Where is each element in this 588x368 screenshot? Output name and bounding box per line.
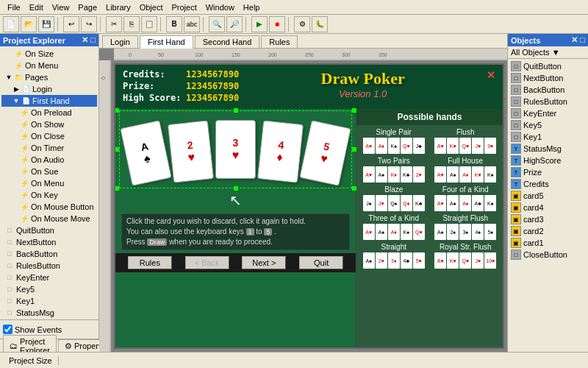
obj-key-enter[interactable]: □ KeyEnter: [509, 107, 587, 119]
toolbar-debug[interactable]: 🐛: [312, 16, 328, 32]
objects-close-icon[interactable]: ✕ □: [571, 35, 585, 45]
tree-key-enter[interactable]: □ KeyEnter: [1, 272, 97, 283]
tree-back-button[interactable]: □ BackButton: [1, 248, 97, 260]
tree-on-size-1[interactable]: ⚡ On Size: [1, 48, 97, 60]
tree-on-audio[interactable]: ⚡ On Audio: [1, 154, 97, 166]
tree-on-menu-2[interactable]: ⚡ On Menu: [1, 177, 97, 189]
toolbar-paste[interactable]: 📋: [141, 16, 157, 32]
tree-rules-button[interactable]: □ RulesButton: [1, 260, 97, 272]
tree-quit-button[interactable]: □ QuitButton: [1, 224, 97, 236]
card-3[interactable]: 3 ♥: [215, 120, 256, 179]
menu-page[interactable]: Page: [74, 1, 101, 13]
tree-key1[interactable]: □ Key1: [1, 295, 97, 307]
toolbar-save[interactable]: 💾: [38, 16, 54, 32]
toolbar-sep4: [203, 17, 206, 32]
toolbar-bold[interactable]: B: [166, 16, 182, 32]
card-1[interactable]: A ♠: [120, 120, 171, 186]
toolbar-copy[interactable]: ⎘: [123, 16, 140, 32]
tree-pages[interactable]: ▼ 📁 Pages: [1, 71, 97, 83]
toolbar-zoom-in[interactable]: 🔍: [209, 16, 225, 32]
obj-prize[interactable]: T Prize: [509, 166, 587, 178]
obj-card5[interactable]: ▣ card5: [509, 190, 587, 202]
main-content: Project Explorer ✕ □ ⚡ On Size ⚡ On Menu…: [0, 34, 588, 352]
obj-rules-button[interactable]: □ RulesButton: [509, 96, 587, 107]
expand-icon: ▼: [12, 97, 21, 105]
tree-status-msg[interactable]: □ StatusMsg: [1, 307, 97, 319]
obj-key1[interactable]: □ Key1: [509, 131, 587, 143]
tab-second-hand[interactable]: Second Hand: [195, 35, 260, 48]
obj-card1[interactable]: ▣ card1: [509, 237, 587, 249]
center-area: Login First Hand Second Hand Rules: [99, 34, 507, 352]
toolbar-stop[interactable]: ■: [269, 16, 285, 32]
obj-close-button[interactable]: □ CloseButton: [509, 249, 587, 261]
tree-key5[interactable]: □ Key5: [1, 283, 97, 295]
tree-on-mouse-move[interactable]: ⚡ On Mouse Move: [1, 213, 97, 224]
obj-card4[interactable]: ▣ card4: [509, 202, 587, 213]
toolbar-play[interactable]: ▶: [251, 16, 268, 32]
obj-quit-button[interactable]: □ QuitButton: [509, 60, 587, 72]
menu-object[interactable]: Object: [135, 1, 168, 13]
handle-right[interactable]: [352, 147, 356, 152]
obj-back-button[interactable]: □ BackButton: [509, 84, 587, 96]
tree-on-preload[interactable]: ⚡ On Preload: [1, 107, 97, 118]
tab-first-hand[interactable]: First Hand: [140, 35, 193, 49]
toolbar-zoom-out[interactable]: 🔎: [226, 16, 243, 32]
tree-view[interactable]: ⚡ On Size ⚡ On Menu ▼ 📁 Pages ▶ 📄 Login: [0, 46, 98, 319]
tree-next-button[interactable]: □ NextButton: [1, 236, 97, 248]
tree-on-timer[interactable]: ⚡ On Timer: [1, 142, 97, 154]
toolbar-open[interactable]: 📂: [21, 16, 37, 32]
obj-status-msg[interactable]: T StatusMsg: [509, 143, 587, 155]
tree-on-size-2[interactable]: ⚡ On Sue: [1, 166, 97, 177]
tree-on-menu-1[interactable]: ⚡ On Menu: [1, 60, 97, 71]
menu-help[interactable]: Help: [239, 1, 265, 13]
toolbar-text[interactable]: abc: [184, 16, 200, 32]
hands-grid: Single Pair A♥ A♦ K♠ Q♥ J♣: [356, 125, 503, 272]
tab-project-explorer[interactable]: 🗂 Project Explorer: [3, 335, 57, 352]
menu-window[interactable]: Window: [201, 1, 239, 13]
card-5[interactable]: 5 ♥: [299, 120, 351, 186]
handle-tl[interactable]: [115, 108, 119, 113]
card-4[interactable]: 4 ♦: [257, 120, 304, 183]
handle-left[interactable]: [115, 147, 119, 152]
toolbar-new[interactable]: 📄: [3, 16, 19, 32]
tab-rules[interactable]: Rules: [261, 35, 298, 48]
tree-on-show[interactable]: ⚡ On Show: [1, 118, 97, 130]
rules-button[interactable]: Rules: [128, 256, 172, 269]
handle-tr[interactable]: [352, 108, 356, 113]
show-events-input[interactable]: [3, 325, 12, 334]
mini-card: A♣: [472, 195, 484, 211]
menu-file[interactable]: File: [3, 1, 25, 13]
tree-first-hand[interactable]: ▼ 📄 First Hand: [1, 95, 97, 107]
tree-on-close[interactable]: ⚡ On Close: [1, 130, 97, 142]
handle-bottom[interactable]: [234, 186, 238, 191]
card-2[interactable]: 2 ♥: [168, 120, 214, 183]
menu-edit[interactable]: Edit: [25, 1, 48, 13]
panel-close-icon[interactable]: ✕ □: [82, 35, 96, 45]
hand-royal-flush: Royal Str. Flush A♥ K♥ Q♥ J♥ 10♥: [431, 243, 501, 269]
back-button[interactable]: < Back: [185, 256, 229, 269]
toolbar-build[interactable]: ⚙: [294, 16, 310, 32]
tab-login[interactable]: Login: [102, 35, 138, 48]
obj-next-button[interactable]: □ NextButton: [509, 72, 587, 84]
menu-view[interactable]: View: [48, 1, 74, 13]
obj-credits[interactable]: T Credits: [509, 178, 587, 190]
obj-card3[interactable]: ▣ card3: [509, 213, 587, 225]
menu-project[interactable]: Project: [167, 1, 201, 13]
tree-on-mouse-button[interactable]: ⚡ On Mouse Button: [1, 201, 97, 213]
toolbar-undo[interactable]: ↩: [63, 16, 79, 32]
quit-button[interactable]: Quit: [299, 256, 343, 269]
game-close-button[interactable]: ✕: [487, 69, 495, 81]
obj-high-score[interactable]: T HighScore: [509, 155, 587, 166]
tree-on-key[interactable]: ⚡ On Key: [1, 189, 97, 201]
obj-card2[interactable]: ▣ card2: [509, 225, 587, 237]
toolbar-redo[interactable]: ↪: [81, 16, 97, 32]
next-button[interactable]: Next >: [242, 256, 286, 269]
handle-bl[interactable]: [115, 186, 119, 191]
handle-br[interactable]: [352, 186, 356, 191]
menu-library[interactable]: Library: [101, 1, 135, 13]
tree-login[interactable]: ▶ 📄 Login: [1, 83, 97, 95]
handle-top[interactable]: [234, 108, 238, 113]
obj-key5[interactable]: □ Key5: [509, 119, 587, 131]
toolbar-cut[interactable]: ✂: [106, 16, 122, 32]
show-events-checkbox[interactable]: Show Events: [3, 325, 62, 334]
